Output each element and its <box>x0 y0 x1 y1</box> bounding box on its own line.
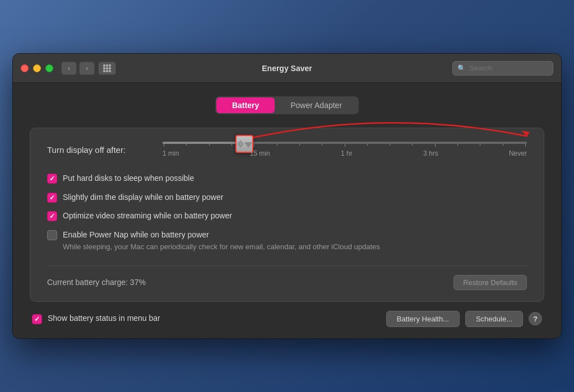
hard-disks-label: Put hard disks to sleep when possible <box>63 173 194 184</box>
back-button[interactable]: ‹ <box>61 62 77 75</box>
svg-rect-2 <box>109 64 111 67</box>
dim-display-checkbox[interactable] <box>47 193 57 203</box>
footer-left: Show battery status in menu bar <box>32 313 160 324</box>
forward-button[interactable]: › <box>79 62 95 75</box>
svg-rect-7 <box>106 70 108 72</box>
list-item: Slightly dim the display while on batter… <box>47 192 527 203</box>
restore-defaults-button[interactable]: Restore Defaults <box>453 275 527 290</box>
svg-rect-0 <box>103 64 105 67</box>
tick-never: Never <box>509 150 527 157</box>
settings-panel: Turn display off after: <box>30 128 544 302</box>
display-off-slider-section: Turn display off after: <box>47 142 527 157</box>
panel-bottom-bar: Current battery charge: 37% Restore Defa… <box>47 265 527 290</box>
tick-15min: 15 min <box>250 150 270 157</box>
maximize-button[interactable] <box>45 64 53 72</box>
footer-right: Battery Health... Schedule... ? <box>386 311 542 327</box>
close-button[interactable] <box>21 64 29 72</box>
main-window: ‹ › Energy Saver 🔍 Ba <box>12 53 562 339</box>
show-battery-status-label: Show battery status in menu bar <box>48 313 160 324</box>
help-button[interactable]: ? <box>529 312 542 325</box>
search-icon: 🔍 <box>457 64 466 72</box>
power-nap-label: Enable Power Nap while on battery power <box>63 230 380 241</box>
nav-buttons: ‹ › <box>61 62 95 75</box>
search-input[interactable] <box>469 64 548 72</box>
show-battery-status-checkbox[interactable] <box>32 314 42 324</box>
tab-battery[interactable]: Battery <box>216 97 275 113</box>
video-streaming-label: Optimize video streaming while on batter… <box>63 211 232 222</box>
slider-wrapper: 1 min 15 min 1 hr 3 hrs Never <box>163 142 527 157</box>
svg-rect-8 <box>109 70 111 72</box>
checkbox-list: Put hard disks to sleep when possible Sl… <box>47 173 527 252</box>
video-streaming-checkbox[interactable] <box>47 211 57 221</box>
svg-rect-6 <box>103 70 105 72</box>
power-nap-checkbox[interactable] <box>47 230 57 240</box>
svg-marker-9 <box>521 130 530 136</box>
svg-rect-3 <box>103 67 105 69</box>
tick-1min: 1 min <box>163 150 179 157</box>
tick-3hrs: 3 hrs <box>423 150 438 157</box>
footer: Show battery status in menu bar Battery … <box>30 311 544 327</box>
power-nap-sublabel: While sleeping, your Mac can periodicall… <box>63 242 380 252</box>
grid-button[interactable] <box>98 62 116 75</box>
tab-group: Battery Power Adapter <box>215 96 359 114</box>
content-area: Battery Power Adapter Turn display off a… <box>13 83 561 338</box>
list-item: Put hard disks to sleep when possible <box>47 173 527 184</box>
tab-power-adapter[interactable]: Power Adapter <box>275 97 358 113</box>
search-box[interactable]: 🔍 <box>452 61 553 76</box>
traffic-lights <box>21 64 53 72</box>
list-item: Enable Power Nap while on battery power … <box>47 230 527 252</box>
tab-group-container: Battery Power Adapter <box>30 96 544 114</box>
battery-charge-label: Current battery charge: 37% <box>47 278 146 287</box>
svg-rect-5 <box>109 67 111 69</box>
titlebar: ‹ › Energy Saver 🔍 <box>13 54 561 83</box>
svg-rect-1 <box>106 64 108 67</box>
svg-rect-4 <box>106 67 108 69</box>
hard-disks-checkbox[interactable] <box>47 174 57 184</box>
dim-display-label: Slightly dim the display while on batter… <box>63 192 223 203</box>
battery-health-button[interactable]: Battery Health... <box>386 311 460 327</box>
minimize-button[interactable] <box>33 64 41 72</box>
tick-labels: 1 min 15 min 1 hr 3 hrs Never <box>163 150 527 157</box>
schedule-button[interactable]: Schedule... <box>465 311 523 327</box>
slider-label: Turn display off after: <box>47 145 154 155</box>
list-item: Optimize video streaming while on batter… <box>47 211 527 222</box>
window-title: Energy Saver <box>262 64 312 73</box>
slider-track[interactable] <box>163 142 527 144</box>
tick-1hr: 1 hr <box>341 150 353 157</box>
